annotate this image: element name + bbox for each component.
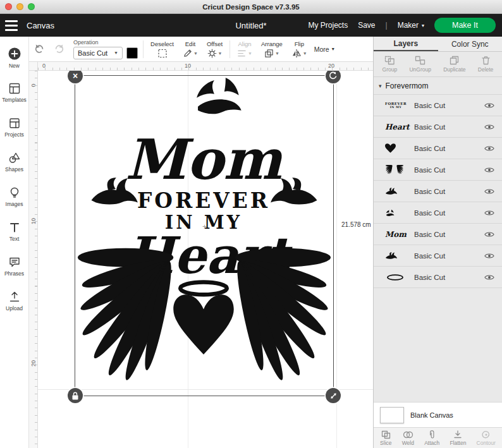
app-window: Cricut Design Space v7.3.95 Canvas Untit… (0, 0, 502, 448)
layer-group-row[interactable]: ▾ Forevermom (374, 77, 502, 95)
duplicate-icon (450, 56, 459, 65)
template-icon (8, 82, 21, 95)
selection-bounding-box[interactable]: Mom FOREVER IN MY Heart × (75, 75, 334, 396)
flip-menu-button[interactable]: Flip ▼ (290, 40, 309, 58)
upload-arrow-icon (8, 291, 21, 303)
edit-menu-button[interactable]: Edit ▼ (181, 40, 200, 58)
visibility-eye-icon[interactable] (484, 124, 494, 130)
sidebar-item-projects[interactable]: Projects (0, 110, 28, 145)
dimension-label: 21.578 cm (341, 221, 371, 228)
halo-ellipse-shape (180, 282, 227, 294)
contour-icon (481, 430, 491, 439)
contour-button[interactable]: Contour (477, 430, 496, 446)
layer-row[interactable]: Basic Cut (374, 202, 502, 224)
deselect-dashed-box-icon (157, 49, 168, 58)
color-swatch[interactable] (126, 47, 138, 59)
layers-panel: Layers Color Sync Group UnGroup (373, 37, 502, 448)
sidebar-item-text[interactable]: Text (0, 214, 28, 249)
resize-handle[interactable] (326, 388, 341, 403)
chevron-down-icon: ▼ (275, 51, 279, 56)
chevron-down-icon: ▼ (303, 51, 307, 56)
make-it-button[interactable]: Make It (434, 18, 496, 33)
sidebar-item-upload[interactable]: Upload (0, 284, 28, 318)
hamburger-menu-icon[interactable] (0, 14, 23, 37)
panel-tabs: Layers Color Sync (374, 37, 502, 52)
operation-select[interactable]: Basic Cut ▼ (73, 47, 123, 59)
visibility-eye-icon[interactable] (484, 188, 494, 195)
visibility-eye-icon[interactable] (484, 102, 494, 109)
lightbulb-icon (8, 186, 21, 199)
chevron-down-icon: ▼ (114, 51, 118, 55)
artwork-word-heart: Heart (126, 226, 293, 285)
layer-thumb-dove-icon (385, 252, 410, 260)
design-canvas[interactable]: Mom FOREVER IN MY Heart × (38, 71, 373, 448)
delete-button[interactable]: Delete (478, 56, 494, 73)
close-window-button[interactable] (5, 3, 12, 10)
visibility-eye-icon[interactable] (484, 274, 494, 281)
rotate-icon (329, 71, 338, 80)
layer-row[interactable]: Basic Cut (374, 245, 502, 267)
duplicate-button[interactable]: Duplicate (443, 56, 465, 73)
align-lines-icon (237, 49, 247, 58)
visibility-eye-icon[interactable] (484, 210, 494, 216)
speech-bubble-icon (8, 256, 21, 269)
sidebar-item-phrases[interactable]: Phrases (0, 249, 28, 284)
minimize-window-button[interactable] (16, 3, 23, 10)
layer-row[interactable]: Basic Cut (374, 267, 502, 288)
redo-button[interactable] (52, 42, 66, 56)
flatten-button[interactable]: Flatten (450, 430, 466, 446)
layer-row[interactable]: Basic Cut (374, 181, 502, 202)
sidebar-item-images[interactable]: Images (0, 179, 28, 214)
attach-button[interactable]: Attach (424, 430, 439, 446)
sidebar-item-new[interactable]: New (0, 40, 28, 75)
layer-thumb-mom-script-text: Mom (385, 230, 410, 239)
save-link[interactable]: Save (358, 21, 375, 30)
slice-button[interactable]: Slice (380, 430, 391, 446)
layer-row[interactable]: FOREVER IN MY Basic Cut (374, 95, 502, 116)
layer-row[interactable]: Basic Cut (374, 138, 502, 159)
visibility-eye-icon[interactable] (484, 253, 494, 259)
group-icon (384, 56, 395, 65)
text-t-icon (8, 221, 21, 234)
sidebar-item-shapes[interactable]: Shapes (0, 145, 28, 179)
visibility-eye-icon[interactable] (484, 231, 494, 238)
layer-thumb-dove-icon (385, 188, 410, 195)
artwork-word-mom: Mom (125, 127, 283, 192)
lock-handle[interactable] (68, 388, 83, 403)
more-menu-button[interactable]: More ▾ (314, 45, 334, 53)
deselect-button[interactable]: Deselect (149, 40, 176, 58)
edit-toolbar: Operation Basic Cut ▼ Deselect (29, 37, 373, 62)
machine-selector[interactable]: Maker ▾ (398, 21, 424, 30)
chevron-down-icon: ▼ (218, 51, 223, 56)
collapse-caret-icon[interactable]: ▾ (379, 83, 382, 89)
align-menu-button[interactable]: Align ▼ (235, 40, 254, 58)
tab-color-sync[interactable]: Color Sync (438, 37, 502, 51)
arrange-menu-button[interactable]: Arrange ▼ (259, 40, 285, 58)
layer-thumb-halo-ellipse-icon (385, 274, 410, 281)
my-projects-link[interactable]: My Projects (308, 21, 348, 30)
canvas-label: Canvas (27, 21, 54, 30)
flip-mirror-icon (291, 49, 302, 58)
delete-handle[interactable]: × (68, 71, 83, 83)
undo-button[interactable] (33, 42, 47, 56)
ungroup-button[interactable]: UnGroup (409, 56, 431, 73)
offset-menu-button[interactable]: Offset ▼ (205, 40, 224, 58)
zoom-window-button[interactable] (28, 3, 35, 10)
blank-canvas-swatch[interactable] (380, 407, 404, 423)
visibility-eye-icon[interactable] (484, 145, 494, 152)
flatten-icon (453, 430, 462, 439)
layer-row[interactable]: Basic Cut (374, 159, 502, 181)
visibility-eye-icon[interactable] (484, 167, 494, 173)
chevron-down-icon: ▼ (193, 51, 198, 56)
layer-thumb-heart-script-text: Heart (385, 123, 410, 131)
sidebar-item-templates[interactable]: Templates (0, 75, 28, 110)
layer-row[interactable]: Mom Basic Cut (374, 224, 502, 245)
group-button[interactable]: Group (383, 56, 398, 73)
layer-row[interactable]: Heart Basic Cut (374, 116, 502, 138)
tab-layers[interactable]: Layers (374, 37, 438, 51)
close-icon: × (73, 71, 78, 80)
rotate-handle[interactable] (326, 71, 341, 83)
pencil-icon (183, 49, 192, 58)
weld-button[interactable]: Weld (402, 430, 414, 446)
artwork-forevermom[interactable]: Mom FOREVER IN MY Heart (75, 76, 333, 396)
